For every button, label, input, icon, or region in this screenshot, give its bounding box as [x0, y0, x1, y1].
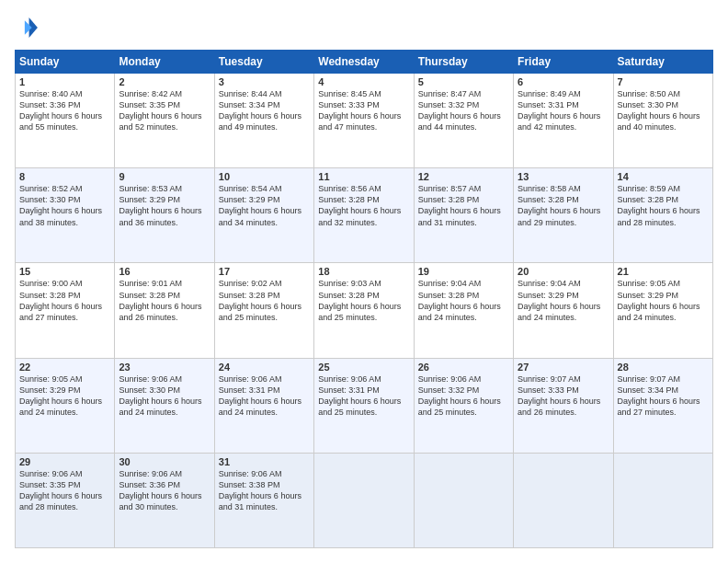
day-number: 15 [19, 266, 110, 277]
logo-icon [15, 15, 40, 40]
day-number: 22 [19, 362, 110, 373]
day-number: 27 [518, 362, 609, 373]
day-number: 29 [19, 456, 110, 467]
day-info: Sunrise: 9:06 AM Sunset: 3:32 PM Dayligh… [418, 373, 509, 419]
day-info: Sunrise: 9:06 AM Sunset: 3:31 PM Dayligh… [219, 373, 310, 419]
col-header-monday: Monday [115, 51, 214, 74]
day-number: 1 [19, 76, 110, 87]
day-number: 3 [219, 76, 310, 87]
day-info: Sunrise: 8:40 AM Sunset: 3:36 PM Dayligh… [19, 88, 110, 133]
day-cell: 28 Sunrise: 9:07 AM Sunset: 3:34 PM Dayl… [613, 358, 712, 453]
day-cell: 20 Sunrise: 9:04 AM Sunset: 3:29 PM Dayl… [514, 263, 613, 358]
day-cell: 29 Sunrise: 9:06 AM Sunset: 3:35 PM Dayl… [16, 453, 115, 547]
day-info: Sunrise: 9:06 AM Sunset: 3:36 PM Dayligh… [119, 468, 210, 513]
day-number: 2 [119, 76, 210, 87]
day-number: 30 [119, 456, 210, 467]
day-number: 19 [418, 266, 509, 277]
week-row-2: 8 Sunrise: 8:52 AM Sunset: 3:30 PM Dayli… [16, 168, 713, 263]
day-info: Sunrise: 9:03 AM Sunset: 3:28 PM Dayligh… [318, 278, 409, 323]
day-cell: 4 Sunrise: 8:45 AM Sunset: 3:33 PM Dayli… [314, 74, 414, 168]
day-number: 21 [618, 266, 709, 277]
day-cell: 6 Sunrise: 8:49 AM Sunset: 3:31 PM Dayli… [514, 74, 613, 168]
day-number: 16 [119, 266, 210, 277]
col-header-wednesday: Wednesday [314, 51, 414, 74]
calendar-table: SundayMondayTuesdayWednesdayThursdayFrid… [15, 50, 713, 548]
day-cell: 16 Sunrise: 9:01 AM Sunset: 3:28 PM Dayl… [115, 263, 214, 358]
day-info: Sunrise: 8:45 AM Sunset: 3:33 PM Dayligh… [318, 88, 409, 133]
day-cell [514, 453, 613, 547]
day-number: 10 [219, 171, 310, 182]
day-info: Sunrise: 9:05 AM Sunset: 3:29 PM Dayligh… [19, 373, 110, 419]
day-info: Sunrise: 8:49 AM Sunset: 3:31 PM Dayligh… [518, 88, 609, 133]
day-cell: 5 Sunrise: 8:47 AM Sunset: 3:32 PM Dayli… [414, 74, 513, 168]
header [15, 15, 713, 40]
day-info: Sunrise: 9:04 AM Sunset: 3:28 PM Dayligh… [418, 278, 509, 323]
day-number: 7 [618, 76, 709, 87]
day-number: 25 [318, 362, 409, 373]
day-number: 31 [219, 456, 310, 467]
day-number: 12 [418, 171, 509, 182]
day-info: Sunrise: 9:00 AM Sunset: 3:28 PM Dayligh… [19, 278, 110, 323]
day-number: 20 [518, 266, 609, 277]
day-number: 18 [318, 266, 409, 277]
day-number: 14 [618, 171, 709, 182]
day-cell: 24 Sunrise: 9:06 AM Sunset: 3:31 PM Dayl… [214, 358, 313, 453]
day-number: 5 [418, 76, 509, 87]
day-number: 13 [518, 171, 609, 182]
col-header-thursday: Thursday [414, 51, 513, 74]
day-info: Sunrise: 8:53 AM Sunset: 3:29 PM Dayligh… [119, 183, 210, 228]
logo [15, 15, 44, 40]
day-cell: 17 Sunrise: 9:02 AM Sunset: 3:28 PM Dayl… [214, 263, 313, 358]
day-cell: 19 Sunrise: 9:04 AM Sunset: 3:28 PM Dayl… [414, 263, 513, 358]
day-info: Sunrise: 9:02 AM Sunset: 3:28 PM Dayligh… [219, 278, 310, 323]
day-cell: 22 Sunrise: 9:05 AM Sunset: 3:29 PM Dayl… [16, 358, 115, 453]
day-info: Sunrise: 8:42 AM Sunset: 3:35 PM Dayligh… [119, 88, 210, 133]
day-cell [414, 453, 513, 547]
day-number: 4 [318, 76, 409, 87]
day-number: 6 [518, 76, 609, 87]
day-number: 23 [119, 362, 210, 373]
day-number: 9 [119, 171, 210, 182]
day-info: Sunrise: 9:06 AM Sunset: 3:35 PM Dayligh… [19, 468, 110, 513]
day-cell: 25 Sunrise: 9:06 AM Sunset: 3:31 PM Dayl… [314, 358, 414, 453]
day-info: Sunrise: 8:56 AM Sunset: 3:28 PM Dayligh… [318, 183, 409, 228]
week-row-5: 29 Sunrise: 9:06 AM Sunset: 3:35 PM Dayl… [16, 453, 713, 547]
day-cell: 7 Sunrise: 8:50 AM Sunset: 3:30 PM Dayli… [613, 74, 712, 168]
col-header-sunday: Sunday [16, 51, 115, 74]
day-info: Sunrise: 8:50 AM Sunset: 3:30 PM Dayligh… [618, 88, 709, 133]
day-cell: 11 Sunrise: 8:56 AM Sunset: 3:28 PM Dayl… [314, 168, 414, 263]
day-info: Sunrise: 9:05 AM Sunset: 3:29 PM Dayligh… [618, 278, 709, 323]
day-info: Sunrise: 8:57 AM Sunset: 3:28 PM Dayligh… [418, 183, 509, 228]
day-cell: 3 Sunrise: 8:44 AM Sunset: 3:34 PM Dayli… [214, 74, 313, 168]
day-info: Sunrise: 9:06 AM Sunset: 3:38 PM Dayligh… [219, 468, 310, 513]
day-cell: 15 Sunrise: 9:00 AM Sunset: 3:28 PM Dayl… [16, 263, 115, 358]
day-info: Sunrise: 9:07 AM Sunset: 3:33 PM Dayligh… [518, 373, 609, 419]
day-cell: 14 Sunrise: 8:59 AM Sunset: 3:28 PM Dayl… [613, 168, 712, 263]
day-cell: 1 Sunrise: 8:40 AM Sunset: 3:36 PM Dayli… [16, 74, 115, 168]
day-cell: 26 Sunrise: 9:06 AM Sunset: 3:32 PM Dayl… [414, 358, 513, 453]
day-info: Sunrise: 9:06 AM Sunset: 3:31 PM Dayligh… [318, 373, 409, 419]
day-cell [314, 453, 414, 547]
day-cell: 12 Sunrise: 8:57 AM Sunset: 3:28 PM Dayl… [414, 168, 513, 263]
page: SundayMondayTuesdayWednesdayThursdayFrid… [0, 0, 728, 563]
calendar-header-row: SundayMondayTuesdayWednesdayThursdayFrid… [16, 51, 713, 74]
col-header-friday: Friday [514, 51, 613, 74]
day-cell: 13 Sunrise: 8:58 AM Sunset: 3:28 PM Dayl… [514, 168, 613, 263]
day-info: Sunrise: 8:52 AM Sunset: 3:30 PM Dayligh… [19, 183, 110, 228]
day-cell: 21 Sunrise: 9:05 AM Sunset: 3:29 PM Dayl… [613, 263, 712, 358]
day-cell: 31 Sunrise: 9:06 AM Sunset: 3:38 PM Dayl… [214, 453, 313, 547]
day-cell [613, 453, 712, 547]
day-number: 11 [318, 171, 409, 182]
day-number: 28 [618, 362, 709, 373]
day-info: Sunrise: 9:01 AM Sunset: 3:28 PM Dayligh… [119, 278, 210, 323]
day-info: Sunrise: 9:07 AM Sunset: 3:34 PM Dayligh… [618, 373, 709, 419]
day-info: Sunrise: 9:04 AM Sunset: 3:29 PM Dayligh… [518, 278, 609, 323]
day-number: 24 [219, 362, 310, 373]
day-cell: 23 Sunrise: 9:06 AM Sunset: 3:30 PM Dayl… [115, 358, 214, 453]
week-row-3: 15 Sunrise: 9:00 AM Sunset: 3:28 PM Dayl… [16, 263, 713, 358]
week-row-1: 1 Sunrise: 8:40 AM Sunset: 3:36 PM Dayli… [16, 74, 713, 168]
day-info: Sunrise: 8:47 AM Sunset: 3:32 PM Dayligh… [418, 88, 509, 133]
col-header-saturday: Saturday [613, 51, 712, 74]
day-cell: 9 Sunrise: 8:53 AM Sunset: 3:29 PM Dayli… [115, 168, 214, 263]
day-info: Sunrise: 8:54 AM Sunset: 3:29 PM Dayligh… [219, 183, 310, 228]
